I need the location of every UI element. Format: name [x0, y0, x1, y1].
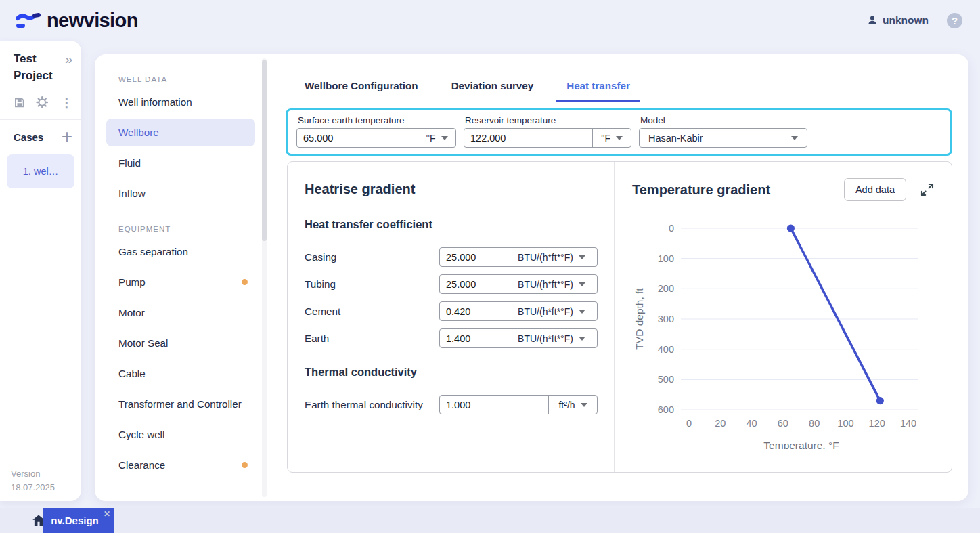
y-tick-label: 100 [658, 253, 674, 264]
earth-label: Earth [305, 333, 439, 344]
menu-scrollbar-thumb[interactable] [262, 60, 267, 241]
tubing-input[interactable] [440, 275, 506, 293]
sidebar-spacer [0, 188, 81, 460]
heat-transfer-panels: Heatrise gradient Heat transfer coeffici… [287, 161, 952, 473]
tab-deviation-survey[interactable]: Deviation survey [441, 74, 544, 102]
add-case-icon[interactable]: + [62, 130, 72, 144]
tubing-unit-select[interactable]: BTU/(h*ft*°F) [506, 279, 597, 290]
more-options-icon[interactable]: ⋮ [60, 96, 73, 109]
menu-item-cycle-well[interactable]: Cycle well [95, 419, 267, 450]
menu-item-label: Pump [118, 276, 146, 288]
x-tick-label: 60 [778, 418, 788, 429]
menu-item-transformer-controller[interactable]: Transformer and Controller [95, 389, 267, 419]
menu-item-fluid[interactable]: Fluid [95, 148, 267, 178]
earth-thermal-conductivity-input[interactable] [440, 396, 548, 414]
x-tick-label: 0 [686, 418, 692, 429]
surface-earth-temperature-input[interactable] [297, 129, 418, 147]
cases-header: Cases + [0, 120, 81, 149]
temperature-gradient-title: Temperature gradient [632, 182, 844, 198]
unit-label: °F [601, 133, 610, 144]
menu-item-label: Clearance [118, 459, 165, 471]
bottom-bar: nv.Design ✕ [0, 508, 980, 533]
chevron-down-icon [616, 136, 623, 140]
heatrise-gradient-title: Heatrise gradient [305, 182, 598, 197]
help-icon[interactable]: ? [947, 13, 962, 28]
chevron-down-icon [579, 282, 585, 286]
tubing-label: Tubing [305, 278, 439, 290]
menu-item-cable[interactable]: Cable [95, 358, 267, 389]
pump-warning-dot [242, 279, 248, 285]
add-data-button[interactable]: Add data [844, 178, 906, 201]
x-tick-label: 40 [747, 418, 757, 429]
menu-item-wellbore[interactable]: Wellbore [106, 119, 255, 146]
project-actions: ⋮ [0, 84, 81, 119]
app-logo: newvision [16, 9, 138, 32]
model-value: Hasan-Kabir [648, 133, 703, 144]
menu-item-well-information[interactable]: Well information [95, 87, 267, 117]
earth-thermal-conductivity-inputbox: ft²/h [439, 395, 598, 414]
earth-input[interactable] [440, 329, 506, 347]
menu-section-equipment: EQUIPMENT [118, 225, 267, 233]
menu-item-motor-seal[interactable]: Motor Seal [95, 328, 267, 358]
version-info: Version 18.07.2025 [0, 461, 81, 501]
heatrise-gradient-panel: Heatrise gradient Heat transfer coeffici… [288, 162, 615, 472]
menu-item-motor[interactable]: Motor [95, 297, 267, 328]
y-tick-label: 200 [658, 283, 674, 294]
cases-label: Cases [14, 131, 43, 143]
case-item[interactable]: 1. wel… [7, 154, 74, 188]
tab-heat-transfer[interactable]: Heat transfer [556, 74, 640, 102]
coefficient-row-tubing: Tubing BTU/(h*ft*°F) [305, 274, 598, 295]
design-app-tab[interactable]: nv.Design ✕ [43, 508, 114, 533]
menu-section-well-data: WELL DATA [118, 75, 267, 83]
surface-earth-temperature-group: Surface earth temperature °F [296, 115, 456, 148]
surface-earth-temperature-label: Surface earth temperature [298, 115, 456, 125]
reservoir-temperature-unit-select[interactable]: °F [593, 133, 631, 144]
project-header: Test Project » [0, 41, 81, 84]
app-header: newvision unknown ? [0, 0, 980, 41]
user-menu[interactable]: unknown [867, 14, 929, 26]
reservoir-temperature-input[interactable] [464, 129, 592, 147]
chevron-down-icon [579, 337, 585, 341]
heat-transfer-param-strip: Surface earth temperature °F Reservoir t… [286, 108, 952, 156]
content-area: Wellbore Configuration Deviation survey … [267, 54, 968, 501]
settings-gear-icon[interactable] [36, 95, 48, 109]
x-axis-label: Temperature, °F [763, 440, 839, 449]
chart-data-point[interactable] [876, 397, 884, 404]
coefficient-row-casing: Casing BTU/(h*ft*°F) [305, 247, 598, 268]
casing-unit-select[interactable]: BTU/(h*ft*°F) [506, 252, 597, 263]
tab-wellbore-configuration[interactable]: Wellbore Configuration [294, 74, 428, 102]
y-tick-label: 400 [658, 344, 674, 355]
chevron-down-icon [579, 255, 585, 259]
earth-unit-select[interactable]: BTU/(h*ft*°F) [506, 333, 597, 344]
save-icon[interactable] [14, 96, 26, 109]
cement-input[interactable] [440, 302, 506, 320]
chevron-down-icon [581, 403, 587, 407]
expand-chart-icon[interactable] [919, 182, 935, 198]
chevron-down-icon [791, 136, 798, 140]
menu-item-clearance[interactable]: Clearance [95, 450, 267, 480]
person-icon [867, 15, 878, 26]
close-tab-icon[interactable]: ✕ [104, 509, 110, 519]
temperature-panel-header: Temperature gradient Add data [632, 178, 935, 201]
earth-thermal-conductivity-unit-select[interactable]: ft²/h [549, 400, 597, 410]
sidebar-collapse-icon[interactable]: » [65, 51, 72, 67]
model-select[interactable]: Hasan-Kabir [639, 128, 807, 148]
chart-data-point[interactable] [787, 224, 795, 232]
menu-scrollbar[interactable] [262, 58, 267, 497]
menu-item-pump[interactable]: Pump [95, 267, 267, 297]
tubing-inputbox: BTU/(h*ft*°F) [439, 274, 598, 294]
clearance-warning-dot [242, 462, 248, 468]
main-card: WELL DATA Well information Wellbore Flui… [95, 54, 968, 501]
user-name: unknown [883, 14, 929, 26]
surface-earth-temperature-inputbox: °F [296, 128, 456, 148]
chevron-down-icon [579, 310, 585, 314]
menu-item-inflow[interactable]: Inflow [95, 178, 267, 209]
cement-unit-select[interactable]: BTU/(h*ft*°F) [506, 306, 597, 317]
menu-item-gas-separation[interactable]: Gas separation [95, 236, 267, 267]
y-tick-label: 0 [669, 223, 674, 234]
unit-label: BTU/(h*ft*°F) [518, 306, 573, 317]
content-tabs: Wellbore Configuration Deviation survey … [294, 74, 968, 102]
surface-earth-temperature-unit-select[interactable]: °F [418, 133, 455, 144]
casing-input[interactable] [440, 248, 506, 266]
thermal-conductivity-title: Thermal conductivity [305, 366, 598, 379]
